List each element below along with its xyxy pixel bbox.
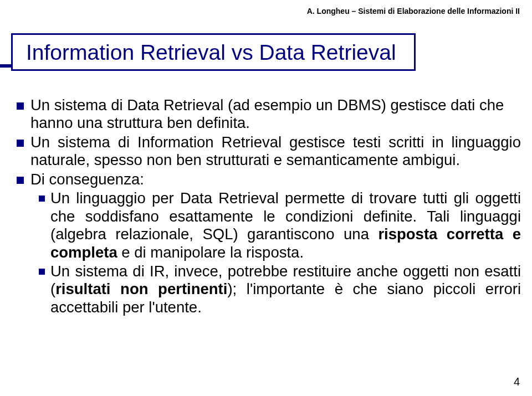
- title-box: Information Retrieval vs Data Retrieval: [11, 33, 416, 71]
- square-bullet-icon: [39, 196, 45, 202]
- bullet-text: Un sistema di Information Retrieval gest…: [30, 133, 521, 169]
- sub-bullet-text: Un sistema di IR, invece, potrebbe resti…: [50, 263, 521, 316]
- sub-bullet-item: Un linguaggio per Data Retrieval permett…: [39, 189, 521, 261]
- square-bullet-icon: [39, 269, 45, 275]
- title-region: Information Retrieval vs Data Retrieval: [11, 33, 416, 71]
- bullet-item: Un sistema di Information Retrieval gest…: [17, 133, 521, 169]
- text-run: e di manipolare la risposta.: [117, 244, 304, 261]
- body-content: Un sistema di Data Retrieval (ad esempio…: [17, 96, 521, 317]
- square-bullet-icon: [17, 177, 24, 184]
- square-bullet-icon: [17, 140, 24, 147]
- square-bullet-icon: [17, 102, 24, 110]
- page-number: 4: [514, 376, 520, 388]
- sub-bullet-item: Un sistema di IR, invece, potrebbe resti…: [39, 263, 521, 316]
- header-credit: A. Longheu – Sistemi di Elaborazione del…: [307, 7, 520, 16]
- slide-title: Information Retrieval vs Data Retrieval: [26, 40, 396, 65]
- bullet-item: Di conseguenza:: [17, 171, 521, 188]
- bullet-text: Di conseguenza:: [30, 171, 521, 188]
- bullet-item: Un sistema di Data Retrieval (ad esempio…: [17, 96, 521, 132]
- sub-bullet-text: Un linguaggio per Data Retrieval permett…: [50, 189, 521, 261]
- text-bold: risultati non pertinenti: [55, 280, 227, 297]
- bullet-text: Un sistema di Data Retrieval (ad esempio…: [30, 96, 521, 132]
